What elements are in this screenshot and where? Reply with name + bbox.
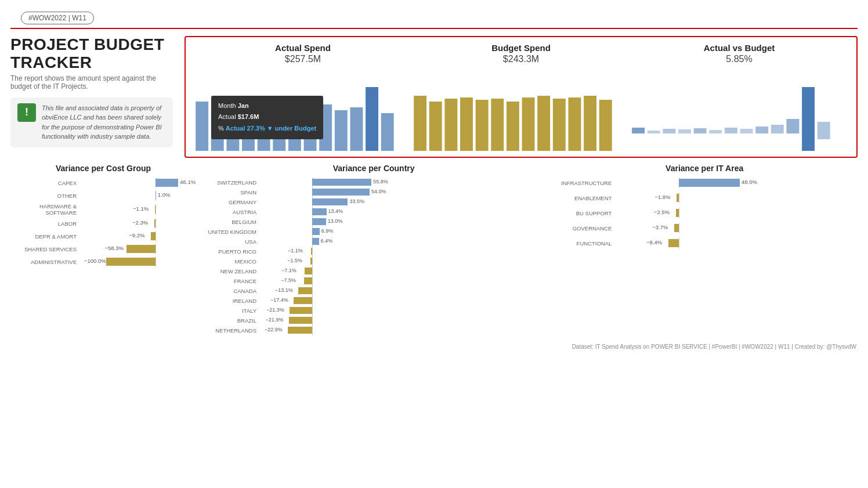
cost-group-value: −58.3% (104, 245, 124, 251)
notice-box: ! This file and associated data is prope… (10, 97, 173, 147)
cost-group-label: DEPR & AMORT (16, 233, 80, 240)
cost-group-row: ADMINISTRATIVE−100.0% (16, 256, 190, 267)
country-row: FRANCE−7.5% (202, 276, 545, 286)
variance-cost-group-section: Variance per Cost Group CAPEX46.1%OTHER1… (10, 164, 196, 335)
it-area-label: GOVERNANCE (557, 225, 615, 232)
cost-group-row: CAPEX46.1% (16, 178, 190, 188)
it-area-value: −2.5% (654, 209, 670, 215)
cost-group-row: LABOR−2.3% (16, 218, 190, 229)
variance-it-area-chart: INFRASTRUCTURE48.0%ENABLEMENT−1.8%BU SUP… (557, 178, 852, 248)
it-area-bar-container: −8.4% (615, 238, 754, 248)
country-value: −13.1% (275, 287, 293, 293)
country-bar-area: −21.9% (260, 316, 545, 326)
kpi-budget-spend-value: $243.3M (503, 54, 539, 64)
it-area-bar-container: −2.5% (615, 208, 754, 218)
svg-rect-0 (196, 102, 208, 151)
svg-rect-29 (678, 129, 691, 133)
cost-group-bar-container: 1.0% (80, 190, 190, 201)
svg-rect-22 (553, 99, 566, 151)
it-area-label: INFRASTRUCTURE (557, 180, 615, 186)
variance-it-area-section: Variance per IT Area INFRASTRUCTURE48.0%… (551, 164, 858, 335)
svg-rect-23 (568, 97, 581, 151)
country-row: IRELAND−17.4% (202, 296, 545, 306)
country-bar-area: 13.0% (260, 217, 545, 227)
country-row: NEW ZELAND−7.1% (202, 266, 545, 276)
country-label: MEXICO (202, 258, 260, 265)
country-value: −1.1% (288, 248, 303, 254)
cost-group-label: CAPEX (16, 180, 80, 186)
svg-rect-31 (709, 130, 722, 133)
cost-group-bar-container: −9.2% (80, 231, 190, 241)
footer: Dataset: IT Spend Analysis on POWER BI S… (0, 339, 868, 355)
country-value: 33.5% (349, 198, 364, 204)
svg-rect-26 (632, 128, 645, 133)
svg-rect-13 (414, 96, 426, 151)
cost-group-bar-container: −100.0% (80, 256, 190, 267)
it-area-value: −3.7% (652, 224, 668, 230)
kpi-actual-spend-value: $257.5M (285, 54, 321, 64)
cost-group-bar-container: 46.1% (80, 178, 190, 188)
svg-rect-37 (802, 87, 815, 151)
country-bar-area: 54.0% (260, 187, 545, 197)
svg-rect-14 (429, 102, 442, 151)
country-bar-area: −17.4% (260, 296, 545, 306)
budget-spend-svg (412, 75, 630, 151)
kpi-budget-spend-chart (412, 68, 630, 151)
country-value: −21.9% (266, 317, 284, 323)
country-bar-area: −22.9% (260, 326, 545, 335)
cost-group-value: −9.2% (129, 232, 144, 238)
cost-group-value: −2.3% (132, 219, 148, 226)
it-area-row: GOVERNANCE−3.7% (557, 223, 852, 233)
kpi-actual-spend-label: Actual Spend (275, 43, 331, 53)
country-row: USA6.4% (202, 237, 545, 247)
it-area-row: ENABLEMENT−1.8% (557, 193, 852, 203)
country-value: 55.8% (373, 179, 388, 185)
cost-group-label: SHARED SERVICES (16, 246, 80, 252)
wow-tag: #WOW2022 | W11 (21, 12, 94, 24)
right-panel: Actual Spend $257.5M (185, 36, 858, 158)
country-label: ITALY (202, 308, 260, 314)
cost-group-value: −1.1% (133, 205, 149, 212)
country-row: SWITZERLAND55.8% (202, 178, 545, 187)
notice-text: This file and associated data is propert… (42, 103, 166, 142)
country-row: BELGIUM13.0% (202, 217, 545, 227)
country-row: BRAZIL−21.9% (202, 316, 545, 326)
country-value: −7.1% (281, 268, 296, 273)
svg-rect-33 (740, 129, 753, 133)
svg-rect-35 (771, 125, 784, 133)
country-row: CANADA−13.1% (202, 286, 545, 296)
it-area-value: −8.4% (646, 239, 662, 245)
country-label: GERMANY (202, 199, 260, 205)
it-area-value: −1.8% (654, 194, 670, 200)
svg-rect-38 (818, 122, 830, 139)
country-label: NEW ZELAND (202, 268, 260, 274)
svg-rect-16 (460, 97, 473, 151)
country-bar-area: 33.5% (260, 197, 545, 207)
variance-country-section: Variance per Country SWITZERLAND55.8%SPA… (196, 164, 551, 335)
kpi-actual-vs-budget-chart (630, 68, 848, 151)
svg-rect-15 (444, 99, 457, 151)
cost-group-value: 1.0% (158, 191, 171, 198)
notice-icon: ! (17, 103, 36, 122)
project-subtitle: The report shows the amount spent agains… (10, 74, 173, 91)
cost-group-row: SHARED SERVICES−58.3% (16, 244, 190, 254)
svg-rect-10 (350, 107, 363, 151)
kpi-tooltip: Month Jan Actual $17.6M % Actual 27.3% ▼… (211, 96, 323, 139)
country-row: MEXICO−1.5% (202, 256, 545, 266)
svg-rect-36 (786, 119, 799, 133)
it-area-label: ENABLEMENT (557, 195, 615, 201)
main-layout: PROJECT BUDGET TRACKER The report shows … (0, 29, 868, 158)
svg-rect-19 (507, 102, 519, 151)
cost-group-bar-container: −58.3% (80, 244, 190, 254)
country-label: BELGIUM (202, 219, 260, 225)
svg-rect-30 (694, 128, 707, 133)
cost-group-bar-container: −1.1% (80, 204, 190, 215)
cost-group-label: HARDWARE & SOFTWARE (16, 203, 80, 216)
country-label: AUSTRIA (202, 209, 260, 215)
country-bar-area: −7.1% (260, 266, 545, 276)
country-row: UNITED KINGDOM6.9% (202, 227, 545, 237)
actual-vs-budget-svg (630, 75, 848, 151)
svg-rect-9 (335, 110, 348, 151)
kpi-actual-spend-chart: Month Jan Actual $17.6M % Actual 27.3% ▼… (194, 68, 412, 151)
variance-cost-group-title: Variance per Cost Group (16, 164, 190, 173)
